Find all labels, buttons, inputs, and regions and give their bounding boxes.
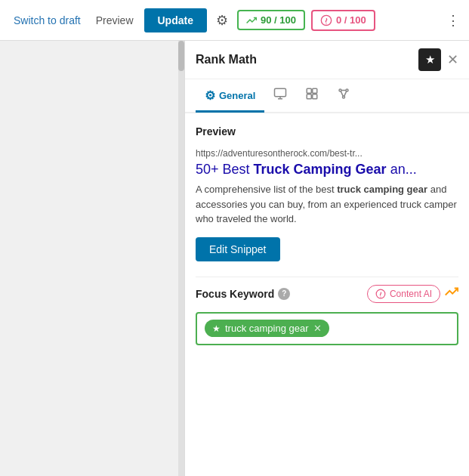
preview-desc-bold: truck camping gear (337, 184, 427, 195)
svg-rect-4 (313, 88, 317, 93)
keyword-star-icon: ★ (212, 323, 221, 334)
help-icon[interactable]: ? (278, 288, 290, 300)
rank-math-panel: Rank Math ★ ✕ ⚙ General (184, 41, 469, 476)
svg-rect-2 (275, 88, 286, 97)
preview-button[interactable]: Preview (91, 11, 138, 29)
advanced-tab-icon (337, 87, 350, 104)
svg-rect-5 (307, 94, 312, 99)
content-ai-icon (375, 289, 386, 299)
tab-schema[interactable] (296, 79, 328, 113)
scrollbar-track (178, 41, 184, 476)
update-button[interactable]: Update (144, 8, 207, 32)
social-tab-icon (273, 87, 287, 104)
readability-score-value: 0 / 100 (336, 14, 366, 26)
tab-general[interactable]: ⚙ General (196, 81, 264, 113)
preview-title-plain: 50+ Best (196, 162, 254, 177)
trending-up-icon (246, 15, 257, 26)
more-options-button[interactable]: ⋮ (446, 12, 460, 29)
schema-tab-icon (305, 87, 319, 104)
preview-url: https://adventuresontherock.com/best-tr.… (196, 148, 458, 159)
rank-math-title: Rank Math (196, 53, 257, 66)
preview-section-title: Preview (196, 125, 458, 138)
section-divider (196, 277, 458, 277)
keyword-input-area[interactable]: ★ truck camping gear ✕ (196, 312, 458, 345)
content-ai-button[interactable]: Content AI (367, 285, 440, 303)
keyword-tag: ★ truck camping gear ✕ (205, 320, 329, 337)
general-tab-icon: ⚙ (205, 88, 215, 103)
rank-math-close-button[interactable]: ✕ (447, 51, 458, 68)
seo-score-value: 90 / 100 (261, 14, 296, 26)
preview-desc-part1: A comprehensive list of the best (196, 184, 337, 195)
main-layout: Rank Math ★ ✕ ⚙ General (0, 41, 469, 476)
rank-math-tabs: ⚙ General (185, 79, 469, 113)
focus-keyword-label: Focus Keyword ? (196, 288, 290, 300)
focus-keyword-row: Focus Keyword ? Content AI (196, 285, 458, 303)
svg-line-11 (341, 91, 344, 97)
preview-title-bold: Truck Camping Gear (254, 162, 387, 177)
rank-math-header: Rank Math ★ ✕ (185, 41, 469, 79)
svg-rect-3 (307, 88, 312, 93)
keyword-tag-text: truck camping gear (225, 323, 309, 334)
trending-arrow-icon (445, 285, 458, 298)
content-ai-label: Content AI (390, 289, 432, 299)
readability-score-badge: 0 / 100 (311, 10, 375, 31)
preview-title-suffix: an... (387, 162, 417, 177)
tab-general-label: General (219, 90, 255, 101)
rank-math-header-actions: ★ ✕ (418, 48, 458, 71)
edit-snippet-button[interactable]: Edit Snippet (196, 237, 280, 261)
tab-advanced[interactable] (328, 79, 359, 113)
left-panel (0, 41, 184, 476)
svg-point-1 (326, 23, 326, 24)
toolbar: Switch to draft Preview Update ⚙ 90 / 10… (0, 0, 469, 41)
seo-score-badge: 90 / 100 (237, 10, 305, 30)
rank-math-content: Preview https://adventuresontherock.com/… (185, 113, 469, 476)
svg-rect-6 (313, 94, 317, 99)
trending-icon-button[interactable] (445, 285, 458, 302)
svg-line-12 (344, 91, 347, 97)
circle-icon (320, 14, 332, 26)
svg-point-14 (380, 296, 381, 297)
rank-math-star-button[interactable]: ★ (418, 48, 441, 71)
scrollbar-thumb[interactable] (178, 41, 184, 71)
settings-icon[interactable]: ⚙ (213, 9, 231, 32)
focus-keyword-actions: Content AI (367, 285, 458, 303)
preview-title: 50+ Best Truck Camping Gear an... (196, 162, 458, 178)
focus-keyword-text: Focus Keyword (196, 288, 274, 300)
switch-to-draft-button[interactable]: Switch to draft (9, 11, 85, 29)
preview-description: A comprehensive list of the best truck c… (196, 182, 458, 227)
keyword-tag-remove-button[interactable]: ✕ (313, 323, 322, 334)
tab-social[interactable] (264, 79, 296, 113)
